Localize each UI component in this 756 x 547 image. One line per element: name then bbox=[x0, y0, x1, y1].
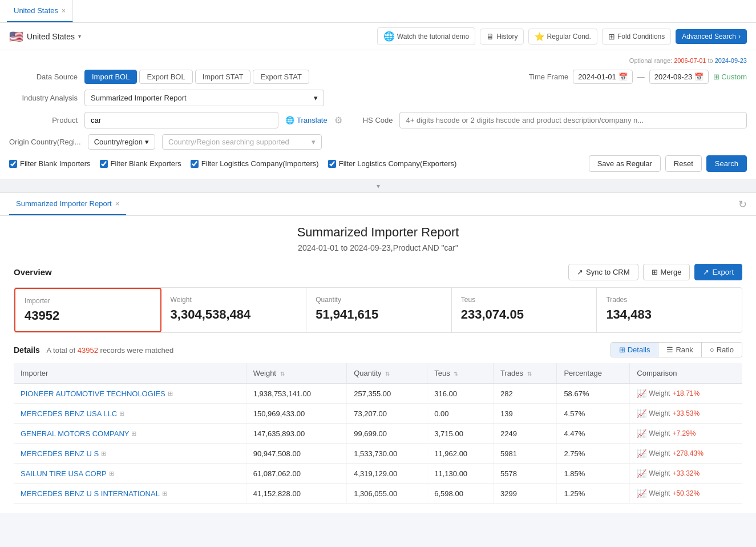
origin-type-select[interactable]: Country/region ▾ bbox=[88, 134, 155, 150]
importer-link[interactable]: MERCEDES BENZ U S ⊞ bbox=[21, 449, 239, 458]
calendar-end-icon[interactable]: 📅 bbox=[694, 73, 704, 81]
cell-trades: 5578 bbox=[494, 464, 557, 484]
importer-link[interactable]: MERCEDES BENZ USA LLC ⊞ bbox=[21, 409, 239, 418]
filter-blank-exporters[interactable]: Filter Blank Exporters bbox=[100, 159, 181, 168]
advanced-search-button[interactable]: Advanced Search › bbox=[676, 29, 747, 44]
trend-icon: 📈 bbox=[637, 389, 646, 398]
industry-analysis-row: Industry Analysis Summarized Importer Re… bbox=[9, 90, 747, 106]
importer-link[interactable]: MERCEDES BENZ U S INTERNATIONAL ⊞ bbox=[21, 489, 239, 498]
col-trades[interactable]: Trades ⇅ bbox=[494, 363, 557, 384]
fold-conditions-button[interactable]: ⊞ Fold Conditions bbox=[602, 29, 671, 45]
origin-type-value: Country/region bbox=[94, 138, 143, 146]
filter-logistics-exporters-checkbox[interactable] bbox=[328, 160, 336, 168]
table-row: PIONEER AUTOMOTIVE TECHNOLOGIES ⊞1,938,7… bbox=[14, 384, 742, 404]
search-button[interactable]: Search bbox=[706, 155, 747, 172]
hscode-label: HS Code bbox=[363, 116, 393, 124]
table-row: GENERAL MOTORS COMPANY ⊞147,635,893.0099… bbox=[14, 424, 742, 444]
trades-sort-icon[interactable]: ⇅ bbox=[527, 371, 532, 377]
cell-comparison: 📈Weight+18.71% bbox=[630, 384, 742, 404]
quantity-sort-icon[interactable]: ⇅ bbox=[385, 371, 390, 377]
reset-button[interactable]: Reset bbox=[665, 155, 702, 172]
origin-country-placeholder: Country/Region searching supported bbox=[168, 138, 289, 146]
collapse-icon: ▾ bbox=[377, 182, 380, 190]
time-end-input[interactable]: 2024-09-23 📅 bbox=[649, 70, 709, 84]
overview-actions: ↗ Sync to CRM ⊞ Merge ↗ Export bbox=[568, 264, 742, 280]
export-button[interactable]: ↗ Export bbox=[694, 264, 742, 280]
col-quantity[interactable]: Quantity ⇅ bbox=[347, 363, 427, 384]
copy-icon[interactable]: ⊞ bbox=[101, 450, 106, 457]
copy-icon[interactable]: ⊞ bbox=[162, 490, 167, 497]
country-label: United States bbox=[27, 32, 75, 41]
filter-blank-importers-checkbox[interactable] bbox=[9, 160, 17, 168]
filter-blank-exporters-checkbox[interactable] bbox=[100, 160, 108, 168]
export-icon: ↗ bbox=[703, 268, 709, 276]
tab-import-bol[interactable]: Import BOL bbox=[84, 70, 137, 84]
col-teus[interactable]: Teus ⇅ bbox=[427, 363, 494, 384]
optional-range: Optional range: 2006-07-01 to 2024-09-23 bbox=[629, 57, 747, 64]
tutorial-button[interactable]: 🌐 Watch the tutorial demo bbox=[377, 27, 475, 45]
tab-export-bol[interactable]: Export BOL bbox=[139, 70, 192, 84]
copy-icon[interactable]: ⊞ bbox=[109, 470, 114, 477]
result-tab-summarized-importer[interactable]: Summarized Importer Report × bbox=[9, 194, 126, 215]
settings-icon[interactable]: ⚙ bbox=[334, 115, 342, 126]
tab-export-stat[interactable]: Export STAT bbox=[253, 70, 309, 84]
col-weight[interactable]: Weight ⇅ bbox=[246, 363, 346, 384]
trend-icon: 📈 bbox=[637, 489, 646, 498]
regular-cond-button[interactable]: ⭐ Regular Cond. bbox=[528, 29, 597, 45]
cell-quantity: 257,355.00 bbox=[347, 384, 427, 404]
country-selector[interactable]: 🇺🇸 United States ▾ bbox=[9, 30, 81, 43]
sync-crm-button[interactable]: ↗ Sync to CRM bbox=[568, 264, 638, 280]
tab-import-stat[interactable]: Import STAT bbox=[195, 70, 251, 84]
cell-quantity: 1,306,055.00 bbox=[347, 484, 427, 504]
teus-sort-icon[interactable]: ⇅ bbox=[454, 371, 458, 377]
main-content: Summarized Importer Report 2024-01-01 to… bbox=[0, 216, 756, 513]
origin-country-chevron-icon: ▾ bbox=[312, 138, 316, 146]
stat-weight: Weight 3,304,538,484 bbox=[161, 288, 307, 332]
table-row: MERCEDES BENZ U S ⊞90,947,508.001,533,73… bbox=[14, 444, 742, 464]
save-regular-button[interactable]: Save as Regular bbox=[589, 155, 661, 172]
data-table: Importer Weight ⇅ Quantity ⇅ Teus ⇅ bbox=[14, 363, 742, 504]
view-tab-rank[interactable]: ☰ Rank bbox=[658, 343, 701, 357]
details-header: Details A total of 43952 records were ma… bbox=[14, 342, 742, 357]
view-tabs: ⊞ Details ☰ Rank ○ Ratio bbox=[611, 342, 742, 357]
tab-united-states[interactable]: United States × bbox=[7, 0, 73, 22]
merge-button[interactable]: ⊞ Merge bbox=[643, 264, 690, 280]
history-button[interactable]: 🖥 History bbox=[480, 29, 524, 45]
copy-icon[interactable]: ⊞ bbox=[168, 390, 173, 397]
industry-analysis-select[interactable]: Summarized Importer Report ▾ bbox=[84, 90, 324, 106]
translate-button[interactable]: 🌐 Translate bbox=[285, 116, 328, 124]
merge-icon: ⊞ bbox=[652, 268, 658, 276]
datasource-label: Data Source bbox=[9, 73, 78, 81]
sync-crm-label: Sync to CRM bbox=[586, 268, 630, 276]
hscode-input[interactable] bbox=[399, 112, 747, 128]
copy-icon[interactable]: ⊞ bbox=[119, 410, 124, 417]
importer-link[interactable]: SAILUN TIRE USA CORP ⊞ bbox=[21, 469, 239, 478]
product-input[interactable] bbox=[84, 112, 278, 128]
fold-conditions-label: Fold Conditions bbox=[617, 33, 665, 41]
custom-button[interactable]: ⊞ Custom bbox=[713, 73, 747, 81]
globe-icon: 🌐 bbox=[383, 31, 395, 42]
origin-country-select[interactable]: Country/Region searching supported ▾ bbox=[162, 134, 322, 150]
collapse-bar[interactable]: ▾ bbox=[0, 179, 756, 193]
stat-teus: Teus 233,074.05 bbox=[452, 288, 597, 332]
refresh-icon[interactable]: ↻ bbox=[738, 198, 747, 211]
result-tab-close-icon[interactable]: × bbox=[115, 199, 120, 208]
filter-logistics-importers-checkbox[interactable] bbox=[191, 160, 199, 168]
filter-blank-importers[interactable]: Filter Blank Importers bbox=[9, 159, 91, 168]
calendar-start-icon[interactable]: 📅 bbox=[618, 73, 628, 81]
importer-link[interactable]: GENERAL MOTORS COMPANY ⊞ bbox=[21, 429, 239, 438]
weight-sort-icon[interactable]: ⇅ bbox=[280, 371, 285, 377]
view-tab-ratio[interactable]: ○ Ratio bbox=[702, 343, 742, 357]
filter-logistics-exporters[interactable]: Filter Logistics Company(Exporters) bbox=[328, 159, 457, 168]
copy-icon[interactable]: ⊞ bbox=[131, 430, 136, 437]
time-start-input[interactable]: 2024-01-01 📅 bbox=[573, 70, 633, 84]
export-label: Export bbox=[712, 268, 734, 276]
importer-link[interactable]: PIONEER AUTOMOTIVE TECHNOLOGIES ⊞ bbox=[21, 389, 239, 398]
industry-analysis-label: Industry Analysis bbox=[9, 94, 78, 102]
filter-logistics-importers[interactable]: Filter Logistics Company(Importers) bbox=[191, 159, 319, 168]
tab-close-icon[interactable]: × bbox=[62, 7, 66, 15]
view-tab-details[interactable]: ⊞ Details bbox=[611, 343, 659, 357]
details-count-text: A total of 43952 records were matched bbox=[47, 346, 174, 355]
advanced-arrow-icon: › bbox=[738, 33, 741, 41]
regular-cond-label: Regular Cond. bbox=[547, 33, 591, 41]
